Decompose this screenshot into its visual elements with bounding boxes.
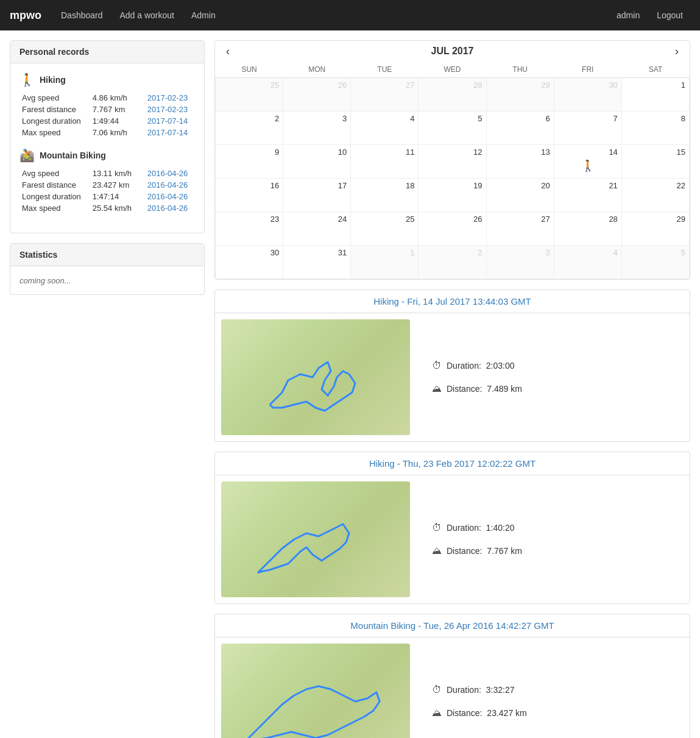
- calendar-day[interactable]: 6: [486, 112, 554, 145]
- table-row: Longest duration 1:47:14 2016-04-26: [19, 191, 195, 202]
- calendar-day[interactable]: 27: [486, 212, 554, 246]
- record-label: Max speed: [19, 202, 90, 214]
- calendar-day[interactable]: 1: [621, 78, 689, 112]
- hiking-title: 🚶 Hiking: [19, 73, 195, 87]
- calendar-day[interactable]: 29: [621, 212, 689, 246]
- calendar-day[interactable]: 14 🚶: [554, 145, 621, 179]
- calendar-day[interactable]: 25: [216, 78, 283, 112]
- day-number: 5: [626, 248, 685, 257]
- calendar-day[interactable]: 10: [283, 145, 351, 179]
- calendar-day[interactable]: 22: [621, 179, 689, 212]
- calendar-day[interactable]: 30: [554, 78, 621, 112]
- mountain-biking-title: 🚵 Mountain Biking: [19, 148, 195, 163]
- calendar-day[interactable]: 28: [554, 212, 621, 246]
- calendar-day[interactable]: 11: [351, 145, 419, 179]
- calendar-day[interactable]: 3: [283, 112, 351, 145]
- duration-stat-2: ⏱ Duration: 1:40:20: [432, 522, 671, 533]
- record-value: 7.767 km: [90, 104, 145, 115]
- day-number: 31: [287, 248, 347, 257]
- record-date-link[interactable]: 2016-04-26: [147, 204, 188, 213]
- table-row: Avg speed 4.86 km/h 2017-02-23: [19, 92, 195, 104]
- calendar-day[interactable]: 13: [486, 145, 554, 179]
- calendar-day[interactable]: 19: [419, 179, 486, 212]
- calendar-prev-button[interactable]: ‹: [221, 43, 235, 60]
- calendar-day[interactable]: 17: [283, 179, 351, 212]
- record-label: Longest duration: [19, 191, 90, 202]
- duration-stat-1: ⏱ Duration: 2:03:00: [432, 360, 671, 371]
- record-date-link[interactable]: 2016-04-26: [147, 169, 188, 178]
- workout-title-link-1[interactable]: Hiking - Fri, 14 Jul 2017 13:44:03 GMT: [373, 296, 531, 307]
- calendar-day[interactable]: 7: [554, 112, 621, 145]
- record-date-link[interactable]: 2016-04-26: [147, 180, 188, 190]
- calendar-day[interactable]: 4: [554, 246, 621, 279]
- calendar-day[interactable]: 31: [283, 246, 351, 279]
- duration-label-1: Duration:: [447, 361, 481, 371]
- calendar-day[interactable]: 2: [419, 246, 486, 279]
- mountain-biking-records: 🚵 Mountain Biking Avg speed 13.11 km/h 2…: [19, 148, 195, 214]
- map-background-1: [221, 319, 410, 435]
- day-number: 1: [626, 80, 685, 90]
- day-number: 8: [626, 114, 685, 123]
- brand-link[interactable]: mpwo: [10, 9, 41, 22]
- personal-records-card: Personal records 🚶 Hiking Avg speed 4.86…: [10, 40, 205, 233]
- calendar-day[interactable]: 15: [621, 145, 689, 179]
- dow-wed: WED: [419, 62, 486, 78]
- clock-icon-1: ⏱: [432, 360, 442, 371]
- record-date-link[interactable]: 2016-04-26: [147, 192, 188, 201]
- workout-title-link-2[interactable]: Hiking - Thu, 23 Feb 2017 12:02:22 GMT: [369, 458, 536, 469]
- dow-sun: SUN: [216, 62, 283, 78]
- record-date-link[interactable]: 2017-02-23: [147, 105, 188, 114]
- calendar-day[interactable]: 18: [351, 179, 419, 212]
- calendar-day[interactable]: 1: [351, 246, 419, 279]
- nav-add-workout[interactable]: Add a workout: [113, 7, 182, 24]
- nav-logout[interactable]: Logout: [649, 7, 690, 24]
- record-label: Max speed: [19, 127, 90, 138]
- calendar-day[interactable]: 28: [419, 78, 486, 112]
- day-number: 28: [422, 80, 482, 90]
- record-date-link[interactable]: 2017-02-23: [147, 93, 188, 102]
- calendar-next-button[interactable]: ›: [670, 43, 684, 60]
- workout-title-link-3[interactable]: Mountain Biking - Tue, 26 Apr 2016 14:42…: [350, 620, 554, 631]
- calendar-day[interactable]: 5: [419, 112, 486, 145]
- day-number: 3: [287, 114, 347, 123]
- calendar-day[interactable]: 5: [621, 246, 689, 279]
- calendar-day[interactable]: 27: [351, 78, 419, 112]
- calendar-day[interactable]: 24: [283, 212, 351, 246]
- calendar-day[interactable]: 8: [621, 112, 689, 145]
- calendar-day[interactable]: 23: [216, 212, 283, 246]
- calendar-grid: SUN MON TUE WED THU FRI SAT 25 26 27: [215, 62, 690, 279]
- calendar-day[interactable]: 26: [283, 78, 351, 112]
- nav-admin[interactable]: Admin: [184, 7, 223, 24]
- calendar-day[interactable]: 12: [419, 145, 486, 179]
- dow-mon: MON: [283, 62, 351, 78]
- calendar-day[interactable]: 21: [554, 179, 621, 212]
- map-background-3: [221, 644, 410, 738]
- nav-user[interactable]: admin: [609, 7, 647, 24]
- duration-label-2: Duration:: [447, 523, 481, 533]
- mountain-icon-1: ⛰: [432, 383, 442, 394]
- calendar-day[interactable]: 25: [351, 212, 419, 246]
- calendar-day[interactable]: 4: [351, 112, 419, 145]
- table-row: Max speed 25.54 km/h 2016-04-26: [19, 202, 195, 214]
- map-route-svg-1: [221, 319, 410, 435]
- hiking-icon: 🚶: [19, 73, 35, 87]
- record-date-link[interactable]: 2017-07-14: [147, 128, 188, 137]
- calendar-day[interactable]: 2: [216, 112, 283, 145]
- calendar-day[interactable]: 16: [216, 179, 283, 212]
- record-value: 23.427 km: [90, 179, 145, 191]
- calendar-day[interactable]: 29: [486, 78, 554, 112]
- workout-stats-3: ⏱ Duration: 3:32:27 ⛰ Distance: 23.427 k…: [420, 644, 684, 738]
- dow-fri: FRI: [554, 62, 621, 78]
- distance-stat-1: ⛰ Distance: 7.489 km: [432, 383, 671, 394]
- hiking-label: Hiking: [40, 75, 66, 85]
- record-label: Avg speed: [19, 92, 90, 104]
- calendar-day[interactable]: 26: [419, 212, 486, 246]
- nav-dashboard[interactable]: Dashboard: [54, 7, 110, 24]
- calendar-day[interactable]: 20: [486, 179, 554, 212]
- calendar-day[interactable]: 30: [216, 246, 283, 279]
- record-date-link[interactable]: 2017-07-14: [147, 116, 188, 126]
- day-number: 23: [219, 215, 279, 224]
- hiking-workout-icon: 🚶: [558, 159, 618, 172]
- calendar-day[interactable]: 9: [216, 145, 283, 179]
- calendar-day[interactable]: 3: [486, 246, 554, 279]
